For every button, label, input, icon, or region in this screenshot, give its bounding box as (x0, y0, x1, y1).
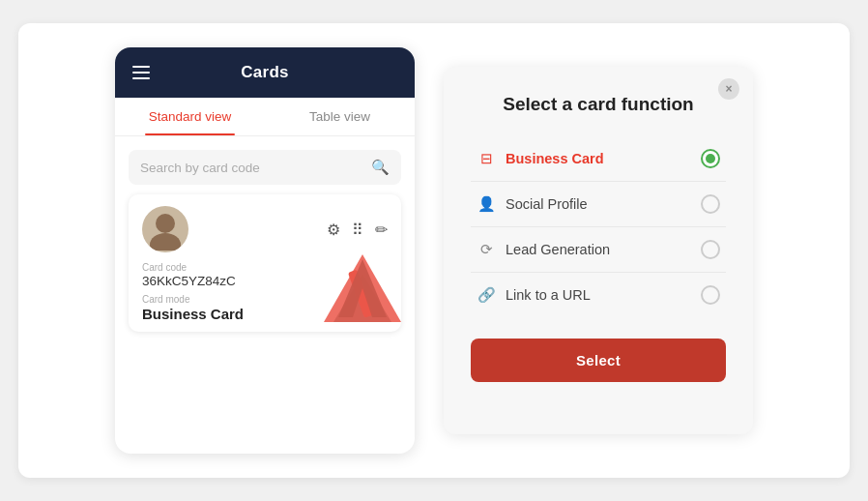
social-profile-icon: 👤 (477, 195, 496, 213)
option-business-card[interactable]: ⊟ Business Card (471, 136, 726, 182)
hamburger-menu[interactable] (132, 66, 150, 79)
search-bar[interactable]: Search by card code 🔍 (129, 150, 401, 185)
option-left: ⟳ Lead Generation (477, 241, 610, 258)
svg-point-0 (156, 214, 175, 233)
option-label-link-url: Link to a URL (506, 287, 591, 303)
mobile-header: Cards (115, 47, 415, 98)
qrcode-icon[interactable]: ⠿ (352, 221, 363, 239)
option-label-social-profile: Social Profile (506, 196, 588, 212)
select-button[interactable]: Select (471, 339, 726, 382)
svg-point-1 (150, 233, 181, 250)
search-icon: 🔍 (371, 159, 390, 176)
lead-generation-icon: ⟳ (477, 241, 496, 258)
radio-social-profile[interactable] (701, 194, 720, 214)
option-left: 👤 Social Profile (477, 195, 588, 213)
radio-lead-generation[interactable] (701, 240, 720, 259)
avatar (142, 206, 188, 252)
radio-business-card[interactable] (701, 149, 720, 168)
search-placeholder-text: Search by card code (140, 161, 363, 175)
option-social-profile[interactable]: 👤 Social Profile (471, 182, 726, 227)
main-container: Cards Standard view Table view Search by… (18, 23, 850, 478)
option-lead-generation[interactable]: ⟳ Lead Generation (471, 227, 726, 273)
avatar-svg (144, 208, 187, 250)
option-label-business-card: Business Card (506, 151, 604, 166)
app-title: Cards (241, 63, 289, 82)
link-icon: 🔗 (477, 286, 496, 304)
option-link-url[interactable]: 🔗 Link to a URL (471, 273, 726, 317)
brand-logo-decoration (319, 250, 401, 332)
edit-icon[interactable]: ✏ (375, 221, 388, 239)
tab-table-view[interactable]: Table view (265, 98, 415, 135)
modal-panel: × Select a card function ⊟ Business Card… (444, 67, 753, 434)
option-left: ⊟ Business Card (477, 150, 604, 167)
tab-bar: Standard view Table view (115, 98, 415, 136)
option-label-lead-generation: Lead Generation (506, 242, 610, 257)
card-actions: ⚙ ⠿ ✏ (327, 221, 388, 239)
business-card-icon: ⊟ (477, 150, 496, 167)
close-button[interactable]: × (718, 78, 739, 100)
radio-link-url[interactable] (701, 285, 720, 305)
modal-title: Select a card function (471, 94, 726, 115)
option-left: 🔗 Link to a URL (477, 286, 591, 304)
mobile-panel: Cards Standard view Table view Search by… (115, 47, 415, 454)
settings-icon[interactable]: ⚙ (327, 221, 340, 239)
option-list: ⊟ Business Card 👤 Social Profile ⟳ Lead … (471, 136, 726, 317)
tab-standard-view[interactable]: Standard view (115, 98, 265, 135)
card-item: ⚙ ⠿ ✏ Card code 36KkC5YZ84zC Card mode B… (129, 194, 401, 332)
